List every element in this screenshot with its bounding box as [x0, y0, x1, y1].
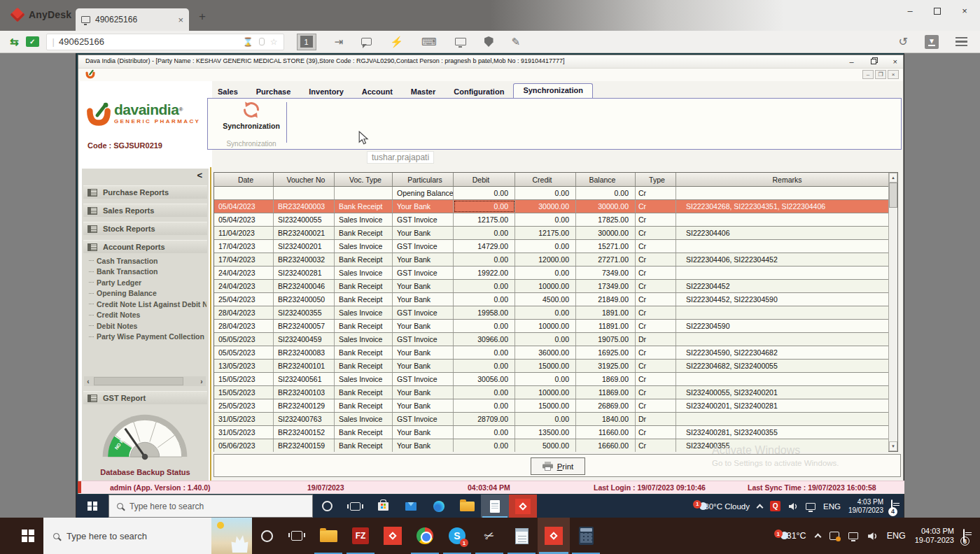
file-transfer-icon[interactable]: ⇥	[335, 36, 344, 47]
remote-search-box[interactable]: Type here to search	[108, 495, 313, 518]
menu-hamburger-icon[interactable]	[955, 37, 967, 46]
display-settings-icon[interactable]	[455, 38, 466, 45]
sidebar-child-item[interactable]: Opening Balance	[89, 288, 206, 299]
volume-icon[interactable]	[788, 502, 798, 511]
edge-button[interactable]	[425, 495, 453, 518]
notification-center-button[interactable]: 8	[963, 530, 965, 542]
history-icon[interactable]: ↺	[899, 35, 908, 48]
download-icon[interactable]: ▼	[925, 35, 939, 49]
snipping-tool-button[interactable]: ✂	[473, 518, 505, 554]
cortana-button[interactable]	[252, 518, 281, 554]
scroll-down-icon[interactable]: ▼	[889, 441, 897, 451]
permissions-shield-icon[interactable]	[484, 36, 493, 47]
maximize-button[interactable]	[934, 8, 941, 15]
anydesk-remote-button[interactable]	[509, 495, 537, 518]
sidebar-child-item[interactable]: Credit Notes	[89, 310, 206, 321]
sidebar-horizontal-scrollbar[interactable]: ‹ ›	[84, 376, 206, 386]
table-row[interactable]: 25/05/2023BR232400129Bank ReceiptYour Ba…	[214, 399, 888, 413]
network-icon[interactable]	[848, 532, 858, 539]
language-indicator[interactable]: ENG	[887, 531, 906, 541]
column-header-debit[interactable]: Debit	[454, 173, 515, 186]
table-row[interactable]: 28/04/2023SI232400355Sales InvoiceGST In…	[214, 306, 888, 320]
clock[interactable]: 4:03 PM19/07/2023	[848, 498, 883, 514]
sidebar-item-sales-reports[interactable]: Sales Reports	[83, 204, 207, 217]
monitor-select-button[interactable]: 1	[297, 34, 316, 50]
table-row[interactable]: 05/05/2023BR232400083Bank ReceiptYour Ba…	[214, 346, 888, 360]
mdi-minimize-button[interactable]: –	[862, 70, 874, 79]
tab-purchase[interactable]: Purchase	[247, 85, 300, 99]
tab-master[interactable]: Master	[402, 85, 444, 99]
scrollbar-thumb[interactable]	[889, 183, 897, 208]
table-row[interactable]: 13/05/2023BR232400101Bank ReceiptYour Ba…	[214, 360, 888, 373]
sidebar-item-account-reports[interactable]: Account Reports	[83, 240, 207, 253]
clock[interactable]: 04:03 PM19-07-2023	[915, 527, 954, 545]
file-explorer-button[interactable]	[312, 518, 344, 554]
table-row[interactable]: 05/04/2023SI232400055Sales InvoiceGST In…	[214, 213, 888, 227]
address-field[interactable]: | 490625166 ⌛ ☆	[46, 34, 284, 50]
filezilla-button[interactable]: FZ	[344, 518, 377, 554]
column-header-particulars[interactable]: Particulars	[393, 173, 454, 186]
sidebar-item-purchase-reports[interactable]: Purchase Reports	[83, 185, 207, 199]
sidebar-child-item[interactable]: Bank Transaction	[89, 267, 206, 278]
tray-expand-chevron-icon[interactable]	[757, 504, 764, 511]
column-header-balance[interactable]: Balance	[576, 173, 636, 186]
sidebar-child-item[interactable]: Party Wise Payment Collection Pen	[89, 332, 206, 343]
tab-configuration[interactable]: Configuration	[444, 85, 513, 99]
tab-sales[interactable]: Sales	[209, 85, 247, 99]
whiteboard-pen-icon[interactable]: ✎	[512, 36, 521, 47]
network-icon[interactable]	[806, 503, 816, 510]
search-box[interactable]: Type here to search	[43, 518, 252, 554]
tray-app-icon[interactable]	[830, 532, 839, 540]
sidebar-child-item[interactable]: Cash Transaction	[89, 255, 206, 267]
column-header-voc-type[interactable]: Voc. Type	[335, 173, 393, 186]
column-header-voucher-no[interactable]: Voucher No	[274, 173, 335, 186]
notification-center-button[interactable]: 4	[891, 500, 892, 513]
scrollbar-thumb[interactable]	[94, 377, 183, 385]
chrome-button[interactable]	[409, 518, 441, 554]
table-row[interactable]: 24/04/2023BR232400046Bank ReceiptYour Ba…	[214, 280, 888, 293]
tab-account[interactable]: Account	[353, 85, 402, 99]
anydesk-active-button[interactable]	[538, 518, 570, 554]
column-header-credit[interactable]: Credit	[515, 173, 576, 186]
active-app-button[interactable]	[481, 495, 509, 518]
table-row[interactable]: 25/04/2023BR232400050Bank ReceiptYour Ba…	[214, 293, 888, 306]
task-view-button[interactable]	[341, 495, 369, 518]
print-button[interactable]: Print	[531, 457, 585, 475]
scroll-up-icon[interactable]: ▲	[889, 173, 897, 183]
search-weather-art[interactable]	[211, 518, 252, 554]
table-row[interactable]: 15/05/2023SI232400561Sales InvoiceGST In…	[214, 373, 888, 386]
new-tab-button[interactable]: +	[199, 11, 206, 22]
table-row[interactable]: 11/04/2023BR232400021Bank ReceiptYour Ba…	[214, 227, 888, 240]
sidebar-item-stock-reports[interactable]: Stock Reports	[83, 222, 207, 235]
table-row[interactable]: 24/04/2023SI232400281Sales InvoiceGST In…	[214, 267, 888, 280]
file-explorer-button[interactable]	[453, 495, 481, 518]
mdi-restore-button[interactable]: ❐	[875, 70, 886, 79]
weather-temp[interactable]: 30°C Cloudy	[704, 502, 750, 511]
actions-icon[interactable]: ⚡	[390, 36, 403, 47]
mdi-close-button[interactable]: ×	[888, 70, 899, 79]
sidebar-child-item[interactable]: Credit Note List Against Debit Not	[89, 299, 206, 310]
store-button[interactable]	[369, 495, 397, 518]
calculator-button[interactable]	[570, 518, 602, 554]
start-button[interactable]	[13, 518, 43, 554]
language-indicator[interactable]: ENG	[823, 502, 841, 511]
table-row[interactable]: 28/04/2023BR232400057Bank ReceiptYour Ba…	[214, 320, 888, 333]
skype-button[interactable]: S1	[441, 518, 473, 554]
table-row[interactable]: 05/05/2023SI232400459Sales InvoiceGST In…	[214, 333, 888, 346]
table-row[interactable]: 31/05/2023BR232400152Bank ReceiptYour Ba…	[214, 426, 888, 439]
app-close-button[interactable]: ×	[893, 57, 897, 66]
column-header-remarks[interactable]: Remarks	[676, 173, 888, 186]
tab-synchronization[interactable]: Synchronization	[513, 83, 593, 99]
tab-inventory[interactable]: Inventory	[300, 85, 353, 99]
cortana-button[interactable]	[313, 495, 341, 518]
tray-expand-chevron-icon[interactable]	[814, 534, 821, 541]
column-header-type[interactable]: Type	[636, 173, 676, 186]
keyboard-icon[interactable]: ⌨	[421, 36, 437, 47]
table-row[interactable]: 15/05/2023BR232400103Bank ReceiptYour Ba…	[214, 386, 888, 399]
minimize-button[interactable]: –	[904, 6, 916, 16]
table-row[interactable]: 31/05/2023SI232400763Sales InvoiceGST In…	[214, 413, 888, 426]
scroll-left-icon[interactable]: ‹	[84, 378, 92, 385]
app-restore-button[interactable]	[871, 59, 876, 64]
table-row[interactable]: 17/04/2023SI232400201Sales InvoiceGST In…	[214, 240, 888, 253]
task-view-button[interactable]	[281, 518, 312, 554]
